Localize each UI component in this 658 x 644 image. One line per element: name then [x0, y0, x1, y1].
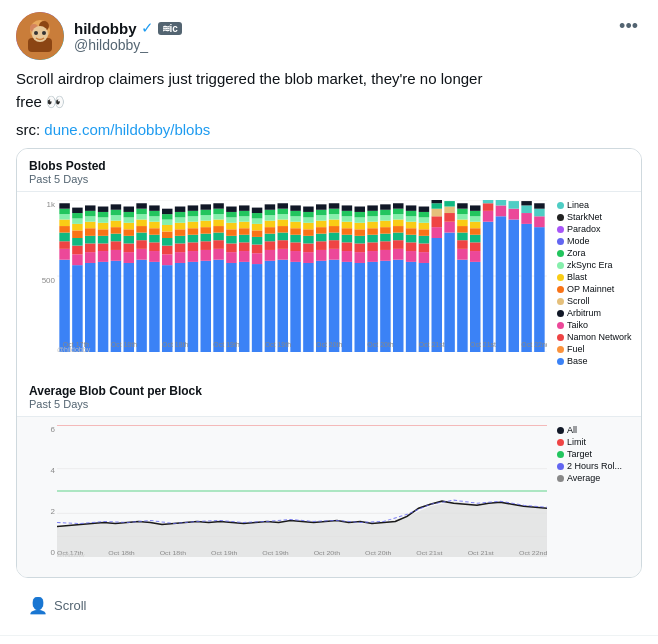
svg-rect-128	[226, 263, 237, 352]
svg-text:Oct 18th: Oct 18th	[108, 549, 135, 555]
svg-rect-264	[419, 252, 430, 263]
svg-rect-255	[406, 251, 417, 262]
svg-rect-75	[149, 251, 160, 262]
svg-rect-85	[162, 246, 173, 255]
svg-text:Oct 20th: Oct 20th	[365, 549, 392, 555]
svg-text:Oct 20th: Oct 20th	[367, 341, 394, 348]
legend2-limit-label: Limit	[567, 437, 586, 447]
svg-text:Oct 18th: Oct 18th	[160, 549, 187, 555]
svg-rect-269	[419, 217, 430, 222]
svg-rect-170	[278, 214, 289, 219]
svg-rect-22	[72, 246, 83, 255]
svg-rect-147	[252, 253, 262, 264]
legend2-limit: Limit	[557, 437, 635, 447]
svg-rect-148	[252, 245, 262, 254]
svg-rect-152	[252, 218, 262, 223]
legend2-all: All	[557, 425, 635, 435]
svg-rect-46	[98, 207, 109, 212]
legend-op-label: OP Mainnet	[567, 284, 614, 294]
svg-rect-82	[149, 205, 160, 210]
legend2-2hr-dot	[557, 463, 564, 470]
legend-blast-dot	[557, 274, 564, 281]
svg-rect-146	[252, 264, 262, 352]
svg-rect-141	[239, 228, 250, 235]
legend-taiko-dot	[557, 322, 564, 329]
legend-zora: Zora	[557, 248, 635, 258]
svg-rect-312	[521, 213, 532, 224]
legend-arbitrum-label: Arbitrum	[567, 308, 601, 318]
chart1-body: 1k 500	[17, 192, 641, 372]
svg-rect-250	[393, 220, 404, 227]
svg-rect-102	[188, 251, 199, 262]
svg-rect-233	[367, 216, 378, 221]
svg-text:Oct 20th: Oct 20th	[316, 341, 343, 348]
svg-rect-93	[175, 252, 185, 263]
svg-rect-284	[457, 249, 468, 260]
y2-label-4: 4	[21, 466, 55, 475]
chart2-area: 6 4 2 0	[17, 417, 551, 577]
svg-rect-108	[188, 211, 199, 216]
svg-rect-274	[432, 216, 443, 227]
svg-rect-212	[342, 235, 353, 243]
svg-rect-282	[444, 201, 455, 206]
svg-rect-187	[303, 223, 313, 230]
chart1-y-axis: 1k 500	[21, 200, 55, 352]
svg-rect-29	[85, 263, 96, 352]
svg-rect-28	[72, 208, 83, 213]
svg-rect-305	[496, 216, 507, 352]
svg-rect-53	[111, 215, 121, 220]
svg-rect-150	[252, 230, 262, 237]
svg-text:Oct 19th: Oct 19th	[262, 549, 289, 555]
svg-rect-317	[534, 209, 545, 217]
badge-label: ≋ic	[158, 22, 182, 35]
more-options-button[interactable]: •••	[615, 12, 642, 41]
svg-rect-68	[136, 233, 147, 241]
legend-zksync-label: zkSync Era	[567, 260, 613, 270]
svg-rect-225	[355, 212, 366, 217]
legend-scroll-dot	[557, 298, 564, 305]
legend2-all-dot	[557, 427, 564, 434]
svg-rect-121	[213, 240, 224, 249]
svg-rect-27	[72, 213, 83, 218]
svg-rect-56	[124, 263, 135, 352]
y2-label-6: 6	[21, 425, 55, 434]
svg-rect-17	[59, 214, 70, 219]
tweet: hildobby ✓ ≋ic @hildobby_ ••• Scroll air…	[0, 0, 658, 636]
svg-rect-21	[72, 254, 83, 265]
src-link[interactable]: dune.com/hildobby/blobs	[44, 121, 210, 138]
svg-rect-292	[470, 262, 481, 352]
svg-rect-144	[239, 211, 250, 216]
svg-rect-48	[111, 250, 121, 261]
chart2-body: 6 4 2 0	[17, 417, 641, 577]
svg-rect-110	[201, 261, 212, 352]
svg-rect-26	[72, 218, 83, 223]
svg-rect-311	[521, 224, 532, 352]
svg-rect-265	[419, 243, 430, 252]
username: @hildobby_	[74, 37, 182, 53]
svg-rect-126	[213, 209, 224, 214]
svg-rect-215	[342, 216, 353, 221]
svg-rect-156	[265, 250, 276, 261]
svg-rect-273	[432, 227, 443, 238]
avatar	[16, 12, 64, 60]
svg-rect-291	[457, 203, 468, 208]
svg-rect-276	[432, 203, 443, 208]
svg-rect-88	[162, 225, 173, 232]
svg-rect-191	[316, 261, 327, 352]
svg-rect-125	[213, 214, 224, 219]
chart1-title: Blobs Posted	[29, 159, 629, 173]
svg-rect-277	[432, 200, 443, 203]
svg-rect-122	[213, 233, 224, 241]
legend-mode: Mode	[557, 236, 635, 246]
chart1-area: 1k 500	[17, 192, 551, 372]
display-name: hildobby	[74, 20, 137, 37]
svg-rect-252	[393, 209, 404, 214]
svg-rect-223	[355, 223, 366, 230]
legend2-2hr-label: 2 Hours Rol...	[567, 461, 622, 471]
legend2-limit-dot	[557, 439, 564, 446]
svg-rect-245	[393, 260, 404, 352]
svg-rect-137	[239, 262, 250, 352]
chart2-title: Average Blob Count per Block	[29, 384, 629, 398]
svg-rect-270	[419, 212, 430, 217]
legend-linea: Linea	[557, 200, 635, 210]
